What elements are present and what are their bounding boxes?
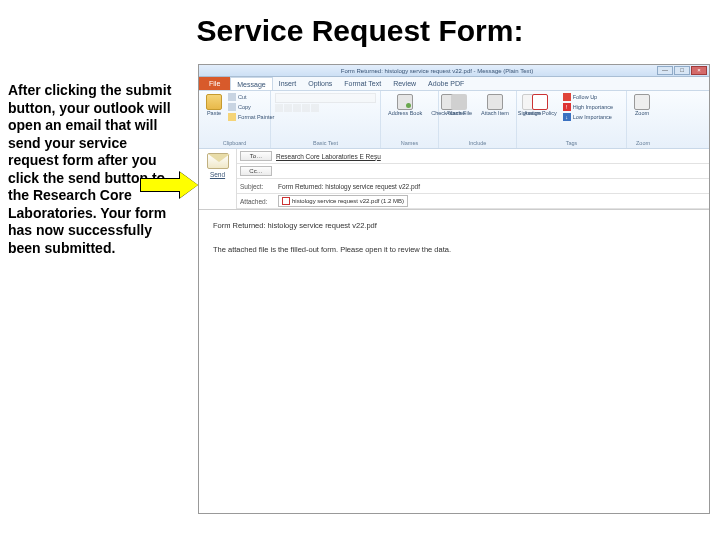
cut-label: Cut [238, 94, 247, 100]
assign-policy-button[interactable]: Assign Policy [521, 93, 560, 118]
cc-button[interactable]: Cc… [240, 166, 272, 176]
send-button[interactable]: Send [210, 171, 225, 178]
group-include-label: Include [443, 140, 512, 146]
flag-icon [563, 93, 571, 101]
yellow-arrow-callout [140, 172, 200, 198]
high-importance-label: High Importance [573, 104, 613, 110]
high-importance-button[interactable]: !High Importance [563, 103, 613, 111]
tab-options[interactable]: Options [302, 77, 338, 90]
attach-file-button[interactable]: Attach File [443, 93, 475, 118]
copy-button[interactable]: Copy [228, 103, 274, 111]
format-painter-label: Format Painter [238, 114, 274, 120]
group-names: Address Book Check Names Names [381, 91, 439, 148]
group-zoom-label: Zoom [631, 140, 655, 146]
to-button[interactable]: To… [240, 151, 272, 161]
to-field[interactable]: Research Core Laboratories E Reşu [276, 153, 381, 160]
zoom-icon [634, 94, 650, 110]
attach-item-label: Attach Item [481, 111, 509, 117]
instruction-text: After clicking the submit button, your o… [8, 82, 174, 257]
group-zoom: Zoom Zoom [627, 91, 659, 148]
subject-field[interactable]: Form Returned: histology service request… [278, 183, 420, 190]
slide-title: Service Request Form: [0, 0, 720, 48]
maximize-button[interactable]: □ [674, 66, 690, 75]
tab-format-text[interactable]: Format Text [338, 77, 387, 90]
attach-item-button[interactable]: Attach Item [478, 93, 512, 118]
close-button[interactable]: × [691, 66, 707, 75]
follow-up-button[interactable]: Follow Up [563, 93, 613, 101]
pdf-icon [282, 197, 290, 205]
paste-label: Paste [207, 111, 221, 117]
tab-message[interactable]: Message [230, 77, 272, 90]
window-title: Form Returned: histology service request… [217, 68, 657, 74]
zoom-button[interactable]: Zoom [631, 93, 653, 118]
tab-file[interactable]: File [199, 77, 230, 90]
body-line-2: The attached file is the filled-out form… [213, 244, 695, 256]
address-book-icon [397, 94, 413, 110]
tab-review[interactable]: Review [387, 77, 422, 90]
attached-label: Attached: [240, 198, 274, 205]
zoom-label: Zoom [635, 111, 649, 117]
body-line-1: Form Returned: histology service request… [213, 220, 695, 232]
group-basic-text-label: Basic Text [275, 140, 376, 146]
cut-button[interactable]: Cut [228, 93, 274, 101]
cut-icon [228, 93, 236, 101]
paste-button[interactable]: Paste [203, 93, 225, 118]
follow-up-label: Follow Up [573, 94, 597, 100]
titlebar: Form Returned: histology service request… [199, 65, 709, 77]
message-body[interactable]: Form Returned: histology service request… [199, 210, 709, 266]
assign-policy-icon [532, 94, 548, 110]
send-icon [207, 153, 229, 169]
group-basic-text: Basic Text [271, 91, 381, 148]
group-names-label: Names [385, 140, 434, 146]
attach-item-icon [487, 94, 503, 110]
group-tags: Assign Policy Follow Up !High Importance… [517, 91, 627, 148]
tab-adobe-pdf[interactable]: Adobe PDF [422, 77, 470, 90]
subject-label: Subject: [240, 183, 274, 190]
group-include: Attach File Attach Item Signature Includ… [439, 91, 517, 148]
group-clipboard: Paste Cut Copy Format Painter Clipboard [199, 91, 271, 148]
group-tags-label: Tags [521, 140, 622, 146]
low-importance-label: Low Importance [573, 114, 612, 120]
tab-insert[interactable]: Insert [273, 77, 303, 90]
address-book-label: Address Book [388, 111, 422, 117]
attach-file-icon [451, 94, 467, 110]
compose-header: Send To… Research Core Laboratories E Re… [199, 149, 709, 210]
format-painter-icon [228, 113, 236, 121]
group-clipboard-label: Clipboard [203, 140, 266, 146]
copy-label: Copy [238, 104, 251, 110]
format-painter-button[interactable]: Format Painter [228, 113, 274, 121]
attachment-name: histology service request v22.pdf (1.2 M… [292, 198, 404, 204]
attachment-chip[interactable]: histology service request v22.pdf (1.2 M… [278, 195, 408, 207]
outlook-window: Form Returned: histology service request… [198, 64, 710, 514]
address-book-button[interactable]: Address Book [385, 93, 425, 118]
ribbon-tabs: File Message Insert Options Format Text … [199, 77, 709, 91]
assign-policy-label: Assign Policy [524, 111, 557, 117]
attach-file-label: Attach File [446, 111, 472, 117]
copy-icon [228, 103, 236, 111]
minimize-button[interactable]: — [657, 66, 673, 75]
low-importance-button[interactable]: ↓Low Importance [563, 113, 613, 121]
ribbon: Paste Cut Copy Format Painter Clipboard … [199, 91, 709, 149]
paste-icon [206, 94, 222, 110]
